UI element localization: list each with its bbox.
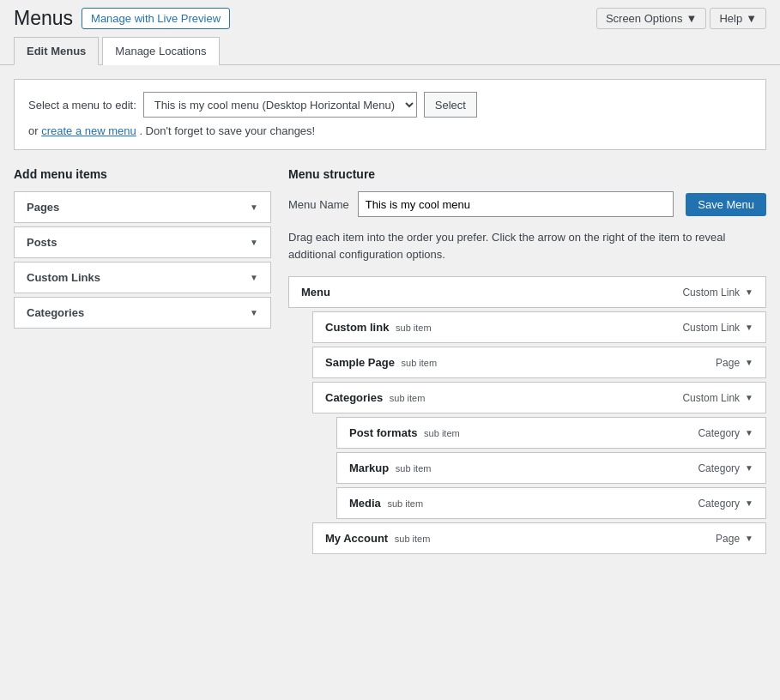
menu-item-custom-link[interactable]: Custom link sub item Custom Link ▼ <box>312 311 766 343</box>
menu-name-input[interactable] <box>358 191 674 217</box>
help-button[interactable]: Help ▼ <box>710 8 766 29</box>
menu-item-post-formats-label: Post formats sub item <box>349 426 460 439</box>
menu-name-row: Menu Name Save Menu <box>288 191 766 217</box>
page-title: Menus <box>14 7 73 30</box>
select-menu-row: Select a menu to edit: This is my cool m… <box>28 92 752 118</box>
accordion-posts-header[interactable]: Posts ▼ <box>15 227 270 257</box>
menu-item-my-account[interactable]: My Account sub item Page ▼ <box>312 522 766 554</box>
select-menu-label: Select a menu to edit: <box>28 99 136 112</box>
menu-item-my-account-arrow-icon: ▼ <box>745 534 753 543</box>
drag-instruction: Drag each item into the order you prefer… <box>288 229 766 262</box>
top-bar: Menus Manage with Live Preview Screen Op… <box>0 0 780 37</box>
select-menu-box: Select a menu to edit: This is my cool m… <box>14 79 766 150</box>
menu-item-sample-page-label: Sample Page sub item <box>325 356 437 369</box>
menu-item-custom-link-label: Custom link sub item <box>325 321 432 334</box>
accordion-categories-arrow-icon: ▼ <box>250 308 258 317</box>
left-column: Add menu items Pages ▼ Posts ▼ Custom Li… <box>14 167 271 332</box>
screen-options-arrow-icon: ▼ <box>686 12 698 25</box>
menu-item-sample-page-right: Page ▼ <box>716 357 753 369</box>
tab-bar: Edit Menus Manage Locations <box>0 37 780 65</box>
accordion-pages: Pages ▼ <box>14 191 271 223</box>
menu-top-item-type: Custom Link <box>682 287 740 299</box>
accordion-pages-label: Pages <box>27 201 59 214</box>
menu-item-sample-page[interactable]: Sample Page sub item Page ▼ <box>312 347 766 378</box>
menu-item-markup[interactable]: Markup sub item Category ▼ <box>336 452 766 484</box>
menu-item-categories[interactable]: Categories sub item Custom Link ▼ <box>312 382 766 413</box>
accordion-pages-arrow-icon: ▼ <box>250 202 258 212</box>
accordion-custom-links-arrow-icon: ▼ <box>250 273 258 282</box>
add-menu-items-title: Add menu items <box>14 167 271 181</box>
menu-item-media[interactable]: Media sub item Category ▼ <box>336 487 766 519</box>
top-bar-left: Menus Manage with Live Preview <box>14 7 230 30</box>
menu-item-markup-right: Category ▼ <box>698 462 753 474</box>
help-label: Help <box>719 12 742 25</box>
menu-item-markup-arrow-icon: ▼ <box>745 463 753 473</box>
accordion-pages-header[interactable]: Pages ▼ <box>15 192 270 222</box>
menu-item-categories-right: Custom Link ▼ <box>682 392 753 404</box>
live-preview-button[interactable]: Manage with Live Preview <box>82 8 230 29</box>
menu-item-media-right: Category ▼ <box>698 498 753 510</box>
create-link-row: or create a new menu . Don't forget to s… <box>28 124 752 137</box>
menu-item-my-account-label: My Account sub item <box>325 532 430 545</box>
accordion-categories: Categories ▼ <box>14 297 271 329</box>
tab-edit-menus[interactable]: Edit Menus <box>14 37 99 65</box>
top-bar-right: Screen Options ▼ Help ▼ <box>596 8 766 29</box>
accordion-custom-links-label: Custom Links <box>27 271 100 284</box>
menu-select-dropdown[interactable]: This is my cool menu (Desktop Horizontal… <box>143 92 417 118</box>
menu-item-categories-label: Categories sub item <box>325 391 425 404</box>
help-arrow-icon: ▼ <box>746 12 757 25</box>
menu-item-my-account-right: Page ▼ <box>716 533 753 545</box>
menu-top-item[interactable]: Menu Custom Link ▼ <box>288 276 766 308</box>
menu-item-media-arrow-icon: ▼ <box>745 498 753 508</box>
screen-options-button[interactable]: Screen Options ▼ <box>596 8 706 29</box>
menu-item-markup-label: Markup sub item <box>349 462 431 474</box>
two-col-layout: Add menu items Pages ▼ Posts ▼ Custom Li… <box>14 167 766 558</box>
save-menu-button[interactable]: Save Menu <box>686 193 766 216</box>
menu-item-custom-link-arrow-icon: ▼ <box>745 323 753 332</box>
menu-item-custom-link-right: Custom Link ▼ <box>682 322 753 334</box>
screen-options-label: Screen Options <box>606 12 683 25</box>
menu-item-categories-arrow-icon: ▼ <box>745 393 753 402</box>
accordion-custom-links: Custom Links ▼ <box>14 262 271 293</box>
menu-item-sample-page-arrow-icon: ▼ <box>745 358 753 367</box>
right-column: Menu structure Menu Name Save Menu Drag … <box>288 167 766 558</box>
menu-item-media-label: Media sub item <box>349 497 423 510</box>
accordion-posts-label: Posts <box>27 236 57 249</box>
accordion-custom-links-header[interactable]: Custom Links ▼ <box>15 262 270 293</box>
menu-top-item-arrow-icon: ▼ <box>745 287 753 297</box>
menu-item-post-formats-arrow-icon: ▼ <box>745 428 753 438</box>
main-content: Select a menu to edit: This is my cool m… <box>0 65 780 571</box>
accordion-posts-arrow-icon: ▼ <box>250 238 258 247</box>
menu-structure-title: Menu structure <box>288 167 766 181</box>
accordion-posts: Posts ▼ <box>14 226 271 258</box>
create-new-menu-link[interactable]: create a new menu <box>41 124 136 137</box>
tab-manage-locations[interactable]: Manage Locations <box>102 37 219 65</box>
menu-item-post-formats[interactable]: Post formats sub item Category ▼ <box>336 417 766 449</box>
menu-item-post-formats-right: Category ▼ <box>698 427 753 439</box>
menu-name-label: Menu Name <box>288 198 349 211</box>
menu-top-item-right: Custom Link ▼ <box>682 287 753 299</box>
accordion-categories-header[interactable]: Categories ▼ <box>15 298 270 328</box>
menu-top-item-label: Menu <box>301 286 330 299</box>
accordion-categories-label: Categories <box>27 306 84 319</box>
select-menu-button[interactable]: Select <box>424 92 477 118</box>
